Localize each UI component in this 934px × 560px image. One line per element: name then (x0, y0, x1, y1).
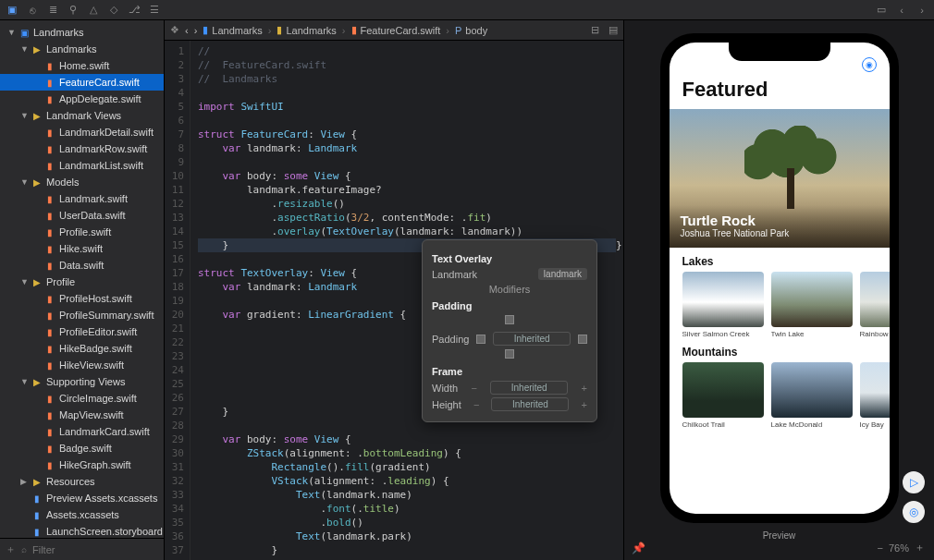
tree-item[interactable]: ▮Profile.swift (0, 224, 164, 240)
landmark-card[interactable]: Lake McDonald (771, 362, 853, 429)
tree-item[interactable]: ▮CircleImage.swift (0, 390, 164, 407)
padding-bottom-square[interactable] (432, 349, 587, 359)
tree-item[interactable]: ▮HikeView.swift (0, 357, 164, 373)
folder-icon: ▶ (31, 43, 43, 55)
tree-item[interactable]: ▮LandmarkDetail.swift (0, 124, 164, 140)
tree-item[interactable]: ▮MapView.swift (0, 407, 164, 423)
hero-card[interactable]: Turtle Rock Joshua Tree National Park (670, 109, 890, 248)
find-navigator-icon[interactable]: ⚲ (67, 4, 80, 17)
tree-item[interactable]: ▮Badge.swift (0, 440, 164, 457)
tree-item[interactable]: ▮FeatureCard.swift (0, 74, 164, 91)
profile-icon[interactable]: ◉ (862, 57, 877, 72)
tree-item[interactable]: ▼▶Landmark Views (0, 107, 164, 124)
inspect-value[interactable]: landmark (538, 268, 587, 280)
related-items-icon[interactable]: ❖ (170, 24, 179, 36)
swift-icon: ▮ (44, 160, 55, 171)
tree-item[interactable]: ▮HikeBadge.swift (0, 340, 164, 357)
adjust-editor-icon[interactable]: ▤ (608, 24, 618, 36)
forward-history-icon[interactable]: › (194, 25, 198, 36)
swiftui-inspector-popover[interactable]: Text Overlay Landmark landmark Modifiers… (422, 239, 597, 422)
padding-top-square[interactable] (432, 315, 587, 324)
landmark-card[interactable]: Chilkoot Trail (682, 362, 764, 429)
crumb-project[interactable]: ▮ Landmarks (203, 24, 262, 36)
tree-item[interactable]: ▼▶Supporting Views (0, 373, 164, 390)
filter-input[interactable] (32, 544, 160, 555)
tree-item[interactable]: ▼▶Landmarks (0, 41, 164, 57)
tree-item[interactable]: ▮Home.swift (0, 57, 164, 74)
chevron-icon[interactable]: ▼ (20, 111, 28, 120)
tree-item[interactable]: ▮HikeGraph.swift (0, 457, 164, 473)
tree-item[interactable]: ▮Data.swift (0, 257, 164, 274)
tree-item[interactable]: ▮AppDelegate.swift (0, 91, 164, 107)
chevron-icon[interactable]: ▼ (20, 44, 28, 54)
crumb-group[interactable]: ▮ Landmarks (277, 24, 336, 36)
landmark-card[interactable]: Silver Salmon Creek (682, 272, 764, 338)
minus-icon[interactable]: − (471, 383, 476, 394)
tree-item[interactable]: ▮LandmarkRow.swift (0, 140, 164, 157)
frame-width-field[interactable]: Inherited (490, 381, 568, 395)
crumb-symbol[interactable]: P body (455, 25, 487, 36)
plus-icon[interactable]: + (582, 399, 587, 410)
pin-preview-icon[interactable]: 📌 (632, 542, 645, 554)
zoom-in-icon[interactable]: ＋ (915, 541, 925, 554)
tree-item[interactable]: ▶▶Resources (0, 473, 164, 490)
tree-item[interactable]: ▮UserData.swift (0, 207, 164, 224)
tree-item-label: Landmark Views (46, 110, 121, 121)
plus-icon[interactable]: ＋ (6, 542, 16, 556)
landmark-card[interactable]: Twin Lake (771, 272, 853, 338)
navigator-selector-toolbar: ▣ ⎋ ≣ ⚲ △ ◇ ⎇ ☰ ▭ ‹ › (0, 0, 934, 20)
tree-item[interactable]: ▮Hike.swift (0, 240, 164, 257)
tree-item[interactable]: ▮LandmarkList.swift (0, 157, 164, 174)
filter-icon[interactable]: ⌕ (21, 544, 27, 554)
source-control-icon[interactable]: ⎋ (26, 4, 39, 17)
back-icon[interactable]: ‹ (895, 4, 908, 17)
plus-icon[interactable]: + (582, 383, 587, 394)
frame-width-label: Width (432, 383, 458, 394)
chevron-icon[interactable]: ▶ (20, 477, 28, 486)
chevron-icon[interactable]: ▼ (20, 377, 28, 386)
padding-value-field[interactable]: Inherited (493, 332, 571, 346)
crumb-file[interactable]: ▮ FeatureCard.swift (351, 24, 441, 36)
chevron-icon[interactable]: ▼ (7, 28, 15, 37)
project-navigator-icon[interactable]: ▣ (6, 4, 18, 17)
tree-item[interactable]: ▼▶Models (0, 174, 164, 190)
tree-item[interactable]: ▮LandmarkCard.swift (0, 423, 164, 440)
device-screen[interactable]: ◉ Featured Turtle Rock Joshua Tree Natio… (670, 43, 890, 514)
frame-height-field[interactable]: Inherited (491, 397, 569, 411)
tree-item[interactable]: ▮Assets.xcassets (0, 506, 164, 523)
tree-item[interactable]: ▮ProfileHost.swift (0, 290, 164, 307)
issue-navigator-icon[interactable]: △ (87, 4, 100, 17)
inspect-preview-button[interactable]: ◎ (903, 501, 925, 523)
landmark-card[interactable]: Icy Bay (860, 362, 890, 429)
tree-item[interactable]: ▮LaunchScreen.storyboard (0, 523, 164, 538)
forward-icon[interactable]: › (916, 4, 928, 17)
card-row[interactable]: Silver Salmon CreekTwin LakeRainbow L (670, 272, 890, 338)
tree-item[interactable]: ▮Landmark.swift (0, 190, 164, 207)
debug-navigator-icon[interactable]: ⎇ (128, 4, 141, 17)
landmark-card[interactable]: Rainbow L (860, 272, 890, 338)
report-navigator-icon[interactable]: ☰ (148, 4, 161, 17)
folder-icon: ▶ (31, 476, 43, 487)
symbol-navigator-icon[interactable]: ≣ (46, 4, 59, 17)
chevron-icon[interactable]: ▼ (20, 277, 28, 286)
assistant-layout-icon[interactable]: ▭ (875, 4, 888, 17)
zoom-out-icon[interactable]: − (878, 542, 883, 554)
tree-item[interactable]: ▼▶Profile (0, 274, 164, 290)
assets-icon: ▮ (31, 493, 43, 504)
back-history-icon[interactable]: ‹ (185, 25, 189, 36)
padding-left-square[interactable] (476, 335, 485, 344)
tree-item[interactable]: ▼▣Landmarks (0, 24, 164, 41)
jump-bar[interactable]: ❖ ‹ › ▮ Landmarks › ▮ Landmarks › ▮ Feat… (165, 20, 623, 41)
minus-icon[interactable]: − (473, 399, 479, 410)
tree-item[interactable]: ▮ProfileEditor.swift (0, 323, 164, 340)
chevron-icon[interactable]: ▼ (20, 177, 28, 187)
file-tree[interactable]: ▼▣Landmarks▼▶Landmarks▮Home.swift▮Featur… (0, 20, 164, 538)
card-row[interactable]: Chilkoot TrailLake McDonaldIcy Bay (670, 362, 890, 429)
tree-item[interactable]: ▮Preview Assets.xcassets (0, 490, 164, 506)
tree-item[interactable]: ▮ProfileSummary.swift (0, 307, 164, 323)
minimap-icon[interactable]: ⊟ (591, 24, 599, 36)
swift-icon: ▮ (44, 143, 55, 154)
test-navigator-icon[interactable]: ◇ (107, 4, 120, 17)
live-preview-button[interactable]: ▷ (903, 471, 925, 493)
padding-right-square[interactable] (578, 335, 587, 344)
